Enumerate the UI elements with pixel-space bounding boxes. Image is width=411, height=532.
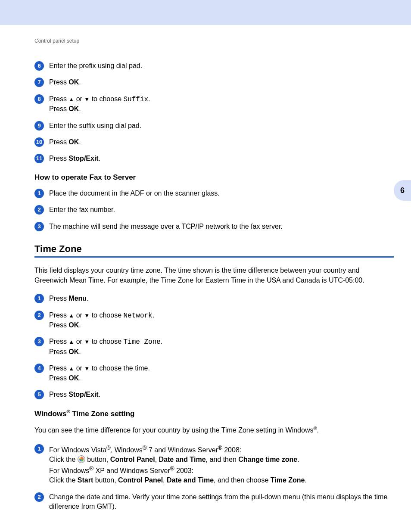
step-text: Enter the fax number. bbox=[49, 205, 394, 215]
step-item: 2Press ▲ or ▼ to choose Network.Press OK… bbox=[34, 311, 394, 330]
step-item: 2Change the date and time. Verify your t… bbox=[34, 492, 394, 512]
step-text: Press ▲ or ▼ to choose Suffix.Press OK. bbox=[49, 94, 394, 114]
step-badge: 6 bbox=[34, 61, 44, 71]
step-text: Enter the prefix using dial pad. bbox=[49, 61, 394, 71]
step-item: 2Enter the fax number. bbox=[34, 205, 394, 215]
step-text: Change the date and time. Verify your ti… bbox=[49, 492, 394, 512]
step-item: 9Enter the suffix using dial pad. bbox=[34, 121, 394, 131]
step-badge: 9 bbox=[34, 121, 44, 131]
windows-start-icon bbox=[78, 455, 85, 463]
step-badge: 1 bbox=[34, 294, 44, 303]
step-badge: 3 bbox=[34, 222, 44, 231]
step-item: 1Place the document in the ADF or on the… bbox=[34, 189, 394, 198]
section-body-timezone: This field displays your country time zo… bbox=[34, 265, 394, 285]
chapter-tab: 6 bbox=[394, 180, 411, 201]
step-item: 5Press Stop/Exit. bbox=[34, 390, 394, 399]
step-item: 11Press Stop/Exit. bbox=[34, 154, 394, 163]
step-item: 6Enter the prefix using dial pad. bbox=[34, 61, 394, 71]
step-badge: 1 bbox=[34, 189, 44, 198]
step-item: 7Press OK. bbox=[34, 78, 394, 87]
step-badge: 1 bbox=[34, 444, 44, 454]
steps-fax: 1Place the document in the ADF or on the… bbox=[34, 189, 394, 231]
step-text: Press Stop/Exit. bbox=[49, 154, 394, 163]
step-badge: 4 bbox=[34, 364, 44, 373]
step-item: 3The machine will send the message over … bbox=[34, 222, 394, 231]
step-text: Press OK. bbox=[49, 78, 394, 87]
step-badge: 2 bbox=[34, 492, 44, 502]
step-badge: 5 bbox=[34, 390, 44, 399]
breadcrumb: Control panel setup bbox=[34, 38, 394, 44]
steps-windows: 1For Windows Vista®, Windows® 7 and Wind… bbox=[34, 444, 394, 512]
step-item: 1Press Menu. bbox=[34, 294, 394, 303]
step-text: The machine will send the message over a… bbox=[49, 222, 394, 231]
body-windows: You can see the time difference for your… bbox=[34, 425, 394, 436]
step-text: Press Stop/Exit. bbox=[49, 390, 394, 399]
page-content: Control panel setup 6Enter the prefix us… bbox=[0, 25, 411, 532]
step-badge: 8 bbox=[34, 94, 44, 104]
subheading-fax: How to operate Fax to Server bbox=[34, 173, 394, 182]
step-text: Press ▲ or ▼ to choose Network.Press OK. bbox=[49, 311, 394, 330]
step-item: 8Press ▲ or ▼ to choose Suffix.Press OK. bbox=[34, 94, 394, 114]
step-item: 3Press ▲ or ▼ to choose Time Zone.Press … bbox=[34, 337, 394, 357]
step-text: Press Menu. bbox=[49, 294, 394, 303]
step-badge: 11 bbox=[34, 154, 44, 163]
top-band bbox=[0, 0, 411, 25]
step-text: Press ▲ or ▼ to choose the time.Press OK… bbox=[49, 364, 394, 383]
step-item: 1For Windows Vista®, Windows® 7 and Wind… bbox=[34, 444, 394, 485]
step-badge: 2 bbox=[34, 205, 44, 215]
steps-timezone: 1Press Menu.2Press ▲ or ▼ to choose Netw… bbox=[34, 294, 394, 399]
step-badge: 7 bbox=[34, 78, 44, 87]
step-text: For Windows Vista®, Windows® 7 and Windo… bbox=[49, 444, 394, 485]
chapter-number: 6 bbox=[394, 180, 411, 201]
section-rule bbox=[34, 256, 394, 258]
step-badge: 2 bbox=[34, 311, 44, 320]
step-text: Enter the suffix using dial pad. bbox=[49, 121, 394, 131]
step-item: 4Press ▲ or ▼ to choose the time.Press O… bbox=[34, 364, 394, 383]
step-badge: 10 bbox=[34, 137, 44, 147]
steps-top: 6Enter the prefix using dial pad.7Press … bbox=[34, 61, 394, 164]
step-text: Press ▲ or ▼ to choose Time Zone.Press O… bbox=[49, 337, 394, 357]
step-badge: 3 bbox=[34, 337, 44, 346]
step-item: 10Press OK. bbox=[34, 137, 394, 147]
section-title-timezone: Time Zone bbox=[34, 243, 394, 255]
step-text: Place the document in the ADF or on the … bbox=[49, 189, 394, 198]
step-text: Press OK. bbox=[49, 137, 394, 147]
subheading-windows: Windows® Time Zone setting bbox=[34, 409, 394, 418]
